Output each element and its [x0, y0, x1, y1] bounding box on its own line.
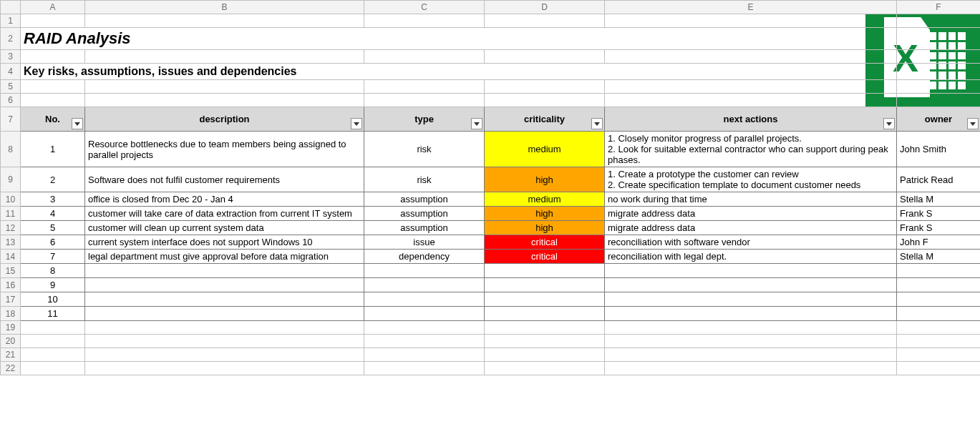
- cell-next-actions[interactable]: migrate address data: [605, 221, 897, 235]
- cell-owner[interactable]: John F: [897, 235, 981, 250]
- filter-dropdown-icon[interactable]: [883, 118, 895, 129]
- table-header-type[interactable]: type: [364, 107, 485, 132]
- cell-type[interactable]: dependency: [364, 250, 485, 264]
- cell-description[interactable]: current system interface does not suppor…: [85, 235, 364, 250]
- table-header-next-actions[interactable]: next actions: [605, 107, 897, 132]
- table-row[interactable]: 1710: [1, 292, 981, 307]
- cell-next-actions[interactable]: 1. Create a prototype the customer can r…: [605, 167, 897, 192]
- cell-description[interactable]: legal department must give approval befo…: [85, 250, 364, 264]
- cell-owner[interactable]: Frank S: [897, 207, 981, 221]
- cell-no[interactable]: 3: [21, 192, 85, 207]
- row-header[interactable]: 2: [1, 28, 21, 50]
- table-row[interactable]: 169: [1, 278, 981, 292]
- cell-description[interactable]: customer will take care of data extracti…: [85, 207, 364, 221]
- cell-no[interactable]: 10: [21, 292, 85, 307]
- empty-cell[interactable]: [485, 335, 605, 348]
- col-header-D[interactable]: D: [485, 1, 605, 14]
- table-row[interactable]: 92Software does not fulfil customer requ…: [1, 167, 981, 192]
- cell-owner[interactable]: [897, 278, 981, 292]
- empty-cell[interactable]: [364, 348, 485, 362]
- cell-description[interactable]: [85, 292, 364, 307]
- row-header[interactable]: 13: [1, 235, 21, 250]
- empty-cell[interactable]: [364, 335, 485, 348]
- cell-criticality[interactable]: critical: [485, 250, 605, 264]
- table-row[interactable]: 81Resource bottlenecks due to team membe…: [1, 132, 981, 167]
- row-header[interactable]: 15: [1, 264, 21, 278]
- filter-dropdown-icon[interactable]: [351, 118, 362, 129]
- empty-cell[interactable]: [485, 362, 605, 375]
- table-header-criticality[interactable]: criticality: [485, 107, 605, 132]
- cell-next-actions[interactable]: no work during that time: [605, 192, 897, 207]
- empty-cell[interactable]: [21, 335, 85, 348]
- row-header[interactable]: 19: [1, 321, 21, 335]
- empty-cell[interactable]: [85, 348, 364, 362]
- cell-type[interactable]: [364, 264, 485, 278]
- cell-description[interactable]: [85, 278, 364, 292]
- cell-owner[interactable]: Patrick Read: [897, 167, 981, 192]
- empty-cell[interactable]: [897, 348, 981, 362]
- cell-no[interactable]: 4: [21, 207, 85, 221]
- cell-next-actions[interactable]: 1. Closely monitor progress of parallel …: [605, 132, 897, 167]
- cell-owner[interactable]: [897, 292, 981, 307]
- cell-criticality[interactable]: [485, 307, 605, 321]
- cell-no[interactable]: 1: [21, 132, 85, 167]
- empty-cell[interactable]: [21, 321, 85, 335]
- row-header[interactable]: 21: [1, 348, 21, 362]
- row-header[interactable]: 5: [1, 80, 21, 94]
- filter-dropdown-icon[interactable]: [72, 118, 83, 129]
- row-header[interactable]: 22: [1, 362, 21, 375]
- cell-next-actions[interactable]: [605, 278, 897, 292]
- cell-next-actions[interactable]: migrate address data: [605, 207, 897, 221]
- filter-dropdown-icon[interactable]: [471, 118, 482, 129]
- cell-no[interactable]: 2: [21, 167, 85, 192]
- cell-owner[interactable]: [897, 307, 981, 321]
- cell-criticality[interactable]: high: [485, 207, 605, 221]
- cell-type[interactable]: issue: [364, 235, 485, 250]
- cell-no[interactable]: 6: [21, 235, 85, 250]
- row-header[interactable]: 18: [1, 307, 21, 321]
- empty-cell[interactable]: [605, 321, 897, 335]
- row-header[interactable]: 14: [1, 250, 21, 264]
- cell-owner[interactable]: Frank S: [897, 221, 981, 235]
- empty-cell[interactable]: [605, 362, 897, 375]
- empty-cell[interactable]: [897, 362, 981, 375]
- col-header-E[interactable]: E: [605, 1, 897, 14]
- cell-no[interactable]: 7: [21, 250, 85, 264]
- empty-cell[interactable]: [364, 362, 485, 375]
- row-header[interactable]: 6: [1, 94, 21, 107]
- cell-type[interactable]: assumption: [364, 221, 485, 235]
- row-header[interactable]: 11: [1, 207, 21, 221]
- cell-description[interactable]: Resource bottlenecks due to team members…: [85, 132, 364, 167]
- cell-criticality[interactable]: critical: [485, 235, 605, 250]
- row-header[interactable]: 10: [1, 192, 21, 207]
- table-row[interactable]: 136current system interface does not sup…: [1, 235, 981, 250]
- table-row[interactable]: 114customer will take care of data extra…: [1, 207, 981, 221]
- empty-cell[interactable]: [485, 348, 605, 362]
- cell-no[interactable]: 5: [21, 221, 85, 235]
- empty-cell[interactable]: [85, 321, 364, 335]
- select-all-corner[interactable]: [1, 1, 21, 14]
- cell-next-actions[interactable]: [605, 264, 897, 278]
- cell-description[interactable]: [85, 264, 364, 278]
- cell-criticality[interactable]: [485, 264, 605, 278]
- col-header-B[interactable]: B: [85, 1, 364, 14]
- cell-description[interactable]: customer will clean up current system da…: [85, 221, 364, 235]
- cell-type[interactable]: risk: [364, 167, 485, 192]
- table-row[interactable]: 158: [1, 264, 981, 278]
- cell-no[interactable]: 11: [21, 307, 85, 321]
- cell-next-actions[interactable]: reconciliation with legal dept.: [605, 250, 897, 264]
- empty-cell[interactable]: [605, 335, 897, 348]
- cell-criticality[interactable]: high: [485, 221, 605, 235]
- col-header-A[interactable]: A: [21, 1, 85, 14]
- row-header[interactable]: 8: [1, 132, 21, 167]
- cell-next-actions[interactable]: [605, 307, 897, 321]
- cell-type[interactable]: risk: [364, 132, 485, 167]
- empty-cell[interactable]: [85, 335, 364, 348]
- cell-description[interactable]: [85, 307, 364, 321]
- cell-type[interactable]: [364, 278, 485, 292]
- table-header-description[interactable]: description: [85, 107, 364, 132]
- table-row[interactable]: 125customer will clean up current system…: [1, 221, 981, 235]
- cell-owner[interactable]: Stella M: [897, 250, 981, 264]
- row-header[interactable]: 7: [1, 107, 21, 132]
- cell-owner[interactable]: John Smith: [897, 132, 981, 167]
